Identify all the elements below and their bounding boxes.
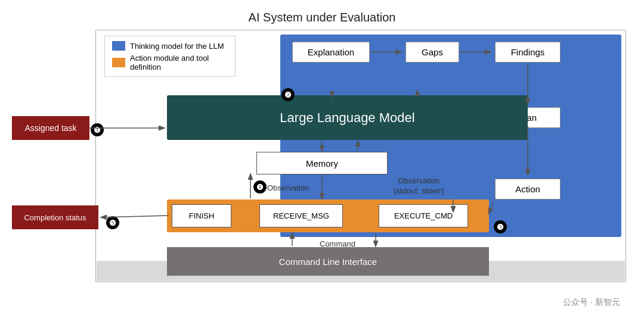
legend-thinking-label: Thinking model for the LLM <box>130 42 224 51</box>
diagram-container: AI System under Evaluation Operating Sys… <box>0 0 644 315</box>
circle-2: ❷ <box>281 88 295 101</box>
legend-item-thinking: Thinking model for the LLM <box>112 41 228 51</box>
cli-box: Command Line Interface <box>167 247 489 276</box>
llm-box: Large Language Model <box>167 95 528 140</box>
circle-1: ❶ <box>91 123 104 136</box>
circle-3: ❸ <box>494 220 507 233</box>
receive-msg-button[interactable]: RECEIVE_MSG <box>259 204 343 227</box>
findings-box: Findings <box>495 42 561 63</box>
legend: Thinking model for the LLM Action module… <box>104 36 236 77</box>
circle-5: ❺ <box>106 216 119 229</box>
cli-label: Command Line Interface <box>279 257 377 267</box>
assigned-task-box: Assigned task <box>12 116 89 140</box>
finish-button[interactable]: FINISH <box>172 204 231 227</box>
gaps-box: Gaps <box>405 42 459 63</box>
legend-item-action: Action module and tool definition <box>112 54 228 71</box>
action-strip: FINISH RECEIVE_MSG EXECUTE_CMD <box>167 199 489 232</box>
watermark: 公众号 · 新智元 <box>563 297 620 308</box>
diagram-title: AI System under Evaluation <box>0 11 644 24</box>
completion-status-label: Completion status <box>24 213 86 222</box>
legend-orange-color <box>112 58 125 67</box>
execute-cmd-button[interactable]: EXECUTE_CMD <box>379 204 468 227</box>
legend-blue-color <box>112 41 125 51</box>
assigned-task-label: Assigned task <box>24 123 76 133</box>
memory-label: Memory <box>306 158 338 169</box>
llm-label: Large Language Model <box>280 110 414 126</box>
explanation-box: Explanation <box>292 42 370 63</box>
legend-action-label: Action module and tool definition <box>130 54 228 71</box>
observation-detail-label: Observation(stdout, stderr) <box>394 176 444 197</box>
completion-status-box: Completion status <box>12 205 98 229</box>
circle-4: ❹ <box>253 180 267 194</box>
memory-box: Memory <box>256 152 388 174</box>
action-box: Action <box>495 179 561 199</box>
observation-label: Observation <box>267 183 309 192</box>
command-label: Command <box>320 239 355 248</box>
